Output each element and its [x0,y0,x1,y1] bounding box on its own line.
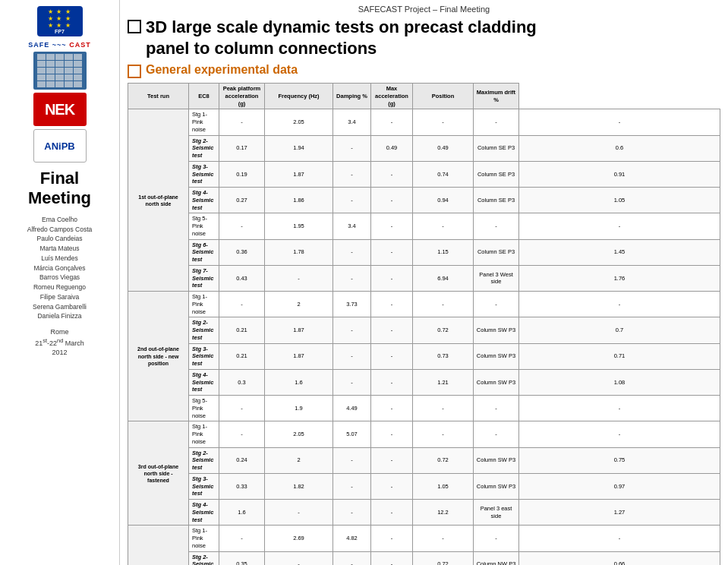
table-row: Stg 3-Seismic test0.331.82--1.05Column S… [128,473,720,499]
freq-val: 3.4 [333,109,371,135]
maxdrift-val: 0.97 [519,473,720,499]
freq-val: 3.4 [333,213,371,239]
maxacc-val: 0.72 [413,447,474,473]
position-val: Column SW P3 [474,369,519,395]
maxdrift-val: 1.45 [519,239,720,265]
peak-val: 2.05 [265,421,333,447]
table-row: Stg 5-Pink noise-1.94.49---- [128,396,720,421]
position-val: Column SW P3 [474,343,519,369]
damp-val: - [371,265,413,291]
damp-val: - [371,188,413,213]
maxacc-val: - [413,526,474,551]
peak-val: - [265,500,333,526]
maxdrift-val: 0.71 [519,343,720,369]
maxdrift-val: - [519,421,720,447]
position-val: Column SE P3 [474,135,519,161]
freq-val: 4.82 [333,526,371,551]
test-name: Stg 3-Seismic test [189,473,219,499]
group-label: 1st in-plane south side-signal in tranve… [128,526,189,565]
safecast-logo-text: SAFE ~~~ CAST [28,41,90,49]
peak-val: 2 [265,447,333,473]
position-val: Panel 3 east side [474,500,519,526]
maxacc-val: - [413,396,474,421]
test-name: Stg 7-Seismic test [189,265,219,291]
maxacc-val: 1.05 [413,473,474,499]
test-name: Stg 5-Pink noise [189,213,219,239]
table-row: 3rd out-of-plane north side - fastenedSt… [128,421,720,447]
position-val: Panel 3 West side [474,265,519,291]
maxdrift-val: 0.75 [519,447,720,473]
maxacc-val: 1.21 [413,369,474,395]
position-val: Column SE P3 [474,161,519,187]
col-peak: Peak platformacceleration (g) [219,84,265,109]
peak-val: 2 [265,292,333,317]
nek-logo: NEK [33,93,87,126]
freq-val: - [333,265,371,291]
damp-val: - [371,109,413,135]
freq-val: - [333,343,371,369]
table-row: Stg 4-Seismic test0.271.86--0.94Column S… [128,188,720,213]
damp-val: - [371,551,413,565]
freq-val: - [333,239,371,265]
freq-val: 4.49 [333,396,371,421]
ec8-val: - [219,109,265,135]
ec8-val: 0.21 [219,317,265,343]
freq-val: 5.07 [333,421,371,447]
freq-val: - [333,551,371,565]
maxdrift-val: 0.6 [519,135,720,161]
maxacc-val: 0.49 [413,135,474,161]
test-name: Stg 2-Seismic test [189,447,219,473]
damp-val: - [371,473,413,499]
maxacc-val: 12.2 [413,500,474,526]
table-row: Stg 2-Seismic test0.35---0.72Column NW P… [128,551,720,565]
table-row: 1st out-of-plane north sideStg 1-Pink no… [128,109,720,135]
building-grid [37,54,83,87]
damp-val: - [371,317,413,343]
col-maxdrift: Maximum drift % [474,84,519,109]
maxdrift-val: - [519,292,720,317]
test-name: Stg 5-Pink noise [189,396,219,421]
peak-val: 1.95 [265,213,333,239]
test-name: Stg 4-Seismic test [189,188,219,213]
ec8-val: 0.24 [219,447,265,473]
maxdrift-val: 0.7 [519,317,720,343]
damp-val: 0.49 [371,135,413,161]
subtitle: General experimental data [128,62,720,78]
damp-val: - [371,369,413,395]
position-val: - [474,292,519,317]
freq-val: 3.73 [333,292,371,317]
freq-val: - [333,500,371,526]
damp-val: - [371,396,413,421]
maxacc-val: - [413,213,474,239]
test-name: Stg 1-Pink noise [189,109,219,135]
col-maxacc: Maxacceleration (g) [371,84,413,109]
maxdrift-val: 1.08 [519,369,720,395]
anipb-logo: ANiPB [33,129,87,163]
maxacc-val: - [413,109,474,135]
maxacc-val: 1.15 [413,239,474,265]
maxdrift-val: 0.66 [519,551,720,565]
test-name: Stg 4-Seismic test [189,369,219,395]
damp-val: - [371,447,413,473]
table-row: Stg 2-Seismic test0.211.87--0.72Column S… [128,317,720,343]
test-name: Stg 3-Seismic test [189,161,219,187]
ec8-val: 0.43 [219,265,265,291]
sidebar: ★ ★ ★★ ★ ★★ ★ ★ FP7 SAFE ~~~ CAST [0,0,120,565]
maxdrift-val: - [519,213,720,239]
anipb-logo-text: ANiPB [44,140,74,152]
group-label: 2nd out-of-plane north side - new positi… [128,292,189,421]
position-val: Column SE P3 [474,188,519,213]
col-damp: Damping % [333,84,371,109]
peak-val: 1.94 [265,135,333,161]
table-header-row: Test run EC8 Peak platformacceleration (… [128,84,720,109]
ec8-val: 0.27 [219,188,265,213]
data-table: Test run EC8 Peak platformacceleration (… [128,83,720,565]
ec8-val: 0.21 [219,343,265,369]
maxacc-val: 0.72 [413,551,474,565]
position-val: Column NW P3 [474,551,519,565]
subtitle-checkbox-icon [128,65,141,78]
test-name: Stg 1-Pink noise [189,292,219,317]
position-val: Column SW P3 [474,317,519,343]
table-row: Stg 4-Seismic test1.6---12.2Panel 3 east… [128,500,720,526]
sidebar-location: Rome 21st-22nd March 2012 [35,327,84,358]
